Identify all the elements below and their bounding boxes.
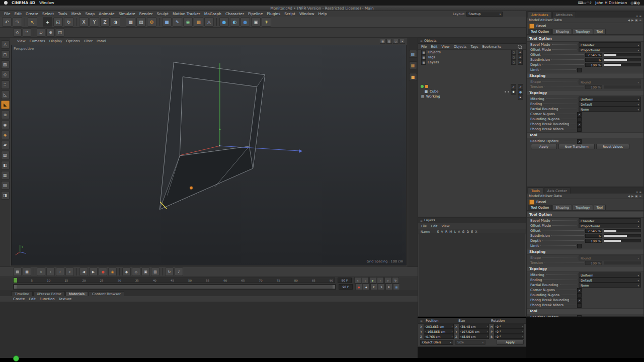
objects-filter-row[interactable]: ▦ Layers ◻ + bbox=[418, 60, 526, 65]
attributes-menu-item[interactable]: Edit bbox=[538, 18, 545, 22]
reset-values-button[interactable]: Reset Values bbox=[596, 144, 629, 149]
render-picture-viewer-icon[interactable]: ▤ bbox=[136, 17, 146, 27]
section-header[interactable]: Tool Option bbox=[527, 212, 643, 218]
history-icon[interactable]: ◨ bbox=[1, 191, 10, 200]
record-position-icon[interactable]: ◆ bbox=[122, 267, 131, 276]
coordinate-system-icon[interactable]: ◑ bbox=[111, 17, 120, 27]
section-header[interactable]: Shaping bbox=[527, 73, 643, 79]
objects-panel-header[interactable]: ≡ Objects bbox=[418, 38, 526, 44]
subdivision-surface-icon[interactable]: ◉ bbox=[183, 17, 193, 27]
keyboard-icon[interactable]: ⌨ bbox=[578, 1, 583, 5]
workplane-icon[interactable]: ▱ bbox=[37, 28, 45, 37]
history-forward-icon[interactable]: ▶ bbox=[631, 19, 633, 22]
edges-mode-icon[interactable]: ◺ bbox=[1, 90, 10, 99]
view-layout-single-icon[interactable]: ▦ bbox=[380, 39, 385, 44]
selected-point[interactable] bbox=[190, 187, 193, 190]
param-slider[interactable] bbox=[604, 63, 641, 66]
menubar-item[interactable]: MoGraph bbox=[202, 12, 223, 16]
lock-icon[interactable]: ▣ bbox=[635, 195, 637, 198]
panel-menu-icon[interactable]: ≡ bbox=[639, 195, 641, 198]
dock-coordinates-icon[interactable]: ▤ bbox=[409, 50, 417, 58]
layers-flag-column[interactable]: R bbox=[445, 230, 447, 233]
param-checkbox[interactable] bbox=[577, 298, 582, 303]
menubar-item[interactable]: Window bbox=[297, 12, 316, 16]
viewport-solo-icon[interactable]: ◉ bbox=[1, 121, 10, 129]
param-value-field[interactable]: 6 bbox=[585, 58, 602, 62]
viewport-menu-item[interactable]: Options bbox=[64, 39, 82, 43]
param-slider[interactable] bbox=[604, 58, 641, 61]
param-checkbox[interactable] bbox=[577, 122, 582, 127]
tab-attributes[interactable]: Attributes bbox=[528, 12, 552, 18]
param-slider[interactable] bbox=[604, 234, 641, 237]
panel-options-icon[interactable]: ≡ bbox=[639, 191, 641, 194]
record-position-button[interactable]: P bbox=[370, 284, 377, 290]
layers-menu-item[interactable]: File bbox=[419, 224, 429, 228]
macos-user-name[interactable]: John H Dickinson bbox=[595, 1, 627, 5]
lock-x-axis-button[interactable]: X bbox=[79, 17, 89, 27]
section-header[interactable]: Tool bbox=[527, 132, 643, 138]
param-dropdown[interactable]: Uniform bbox=[579, 97, 641, 102]
param-checkbox[interactable] bbox=[577, 288, 582, 293]
layers-list-empty[interactable] bbox=[419, 233, 525, 316]
history-back-icon[interactable]: ◀ bbox=[628, 195, 630, 198]
layers-menu-item[interactable]: Edit bbox=[429, 224, 439, 228]
playback-loop-icon[interactable]: ↻ bbox=[165, 267, 174, 276]
display-filter-icon[interactable]: ▤ bbox=[1, 181, 10, 190]
redo-icon[interactable]: ↷ bbox=[13, 17, 22, 27]
materials-menu-item[interactable]: Function bbox=[38, 297, 57, 301]
param-checkbox[interactable] bbox=[577, 127, 582, 132]
param-value-field[interactable]: 100 % bbox=[585, 85, 602, 89]
record-scale-button[interactable]: S bbox=[378, 284, 385, 290]
bottom-panel-tab[interactable]: Content Browser bbox=[89, 291, 124, 296]
model-mode-icon[interactable]: ◻ bbox=[1, 50, 10, 59]
objects-filter-row[interactable]: ▦ Objects ◻ + bbox=[418, 50, 526, 55]
timeline-layout-icon[interactable]: ▤ bbox=[13, 267, 22, 276]
record-pla-button[interactable]: ▦ bbox=[393, 284, 400, 290]
layers-flag-column[interactable]: E bbox=[471, 230, 473, 233]
material-sphere-icon[interactable]: ● bbox=[240, 17, 250, 27]
next-frame-button[interactable]: › bbox=[377, 277, 384, 284]
axis-origin[interactable] bbox=[219, 145, 220, 146]
layers-flag-column[interactable]: V bbox=[441, 230, 443, 233]
attribute-group-tab[interactable]: Tool bbox=[594, 29, 606, 34]
play-button[interactable]: ▶ bbox=[369, 277, 376, 284]
param-slider[interactable] bbox=[604, 239, 641, 242]
spline-pen-icon[interactable]: ✎ bbox=[173, 17, 182, 27]
axis-tag-icon[interactable]: ✚ bbox=[511, 89, 516, 95]
deformer-icon[interactable]: ◬ bbox=[204, 17, 214, 27]
position-y-field[interactable]: -168.868 cm bbox=[424, 329, 454, 334]
objects-menu-item[interactable]: Edit bbox=[429, 45, 439, 49]
control-center-icon[interactable]: ▣ bbox=[633, 1, 637, 5]
menubar-item[interactable]: Motion Tracker bbox=[171, 12, 202, 16]
layers-panel-header[interactable]: ≡ Layers bbox=[418, 218, 526, 223]
bottom-panel-tab[interactable]: Timeline bbox=[11, 291, 33, 296]
objects-menu-item[interactable]: Bookmarks bbox=[480, 45, 503, 49]
dock-structure-icon[interactable]: ■ bbox=[409, 73, 417, 81]
rotation-p-field[interactable]: 0 ° bbox=[494, 329, 524, 334]
menubar-item[interactable]: Script bbox=[282, 12, 297, 16]
rotation-b-field[interactable]: 0 ° bbox=[494, 334, 524, 339]
param-dropdown[interactable]: Round bbox=[579, 79, 641, 84]
rotation-h-field[interactable]: 0 ° bbox=[494, 324, 524, 329]
camera-icon[interactable]: ▣ bbox=[251, 17, 261, 27]
view-options-icon[interactable]: ▾ bbox=[399, 39, 405, 44]
objects-menu-item[interactable]: Objects bbox=[452, 45, 469, 49]
materials-list-area[interactable] bbox=[0, 302, 418, 358]
viewport-canvas[interactable]: Perspective Grid Spacing : 100 cm y bbox=[11, 45, 407, 265]
attributes-menu-item[interactable]: User Data bbox=[545, 18, 562, 22]
param-checkbox[interactable] bbox=[577, 293, 582, 298]
layer-color-icon[interactable]: ▥ bbox=[1, 171, 10, 179]
section-header[interactable]: Topology bbox=[527, 90, 643, 96]
layers-flag-column[interactable]: X bbox=[475, 230, 477, 233]
param-value-field[interactable]: 100 % bbox=[585, 63, 602, 67]
layers-flag-column[interactable]: M bbox=[449, 230, 452, 233]
tree-row-cube[interactable]: ■ Cube ✚ ● bbox=[418, 89, 526, 94]
menubar-item[interactable]: Create bbox=[24, 12, 40, 16]
panel-handle-icon[interactable]: ≡ bbox=[420, 39, 423, 43]
param-checkbox[interactable] bbox=[577, 117, 582, 122]
modeling-axis-icon[interactable]: ⊕ bbox=[46, 28, 55, 37]
param-dropdown[interactable]: None bbox=[579, 283, 641, 288]
tools-menu-item[interactable]: Mode bbox=[529, 194, 538, 198]
panel-menu-icon[interactable]: ≡ bbox=[639, 19, 641, 22]
attributes-menu-item[interactable]: Mode bbox=[529, 18, 538, 22]
